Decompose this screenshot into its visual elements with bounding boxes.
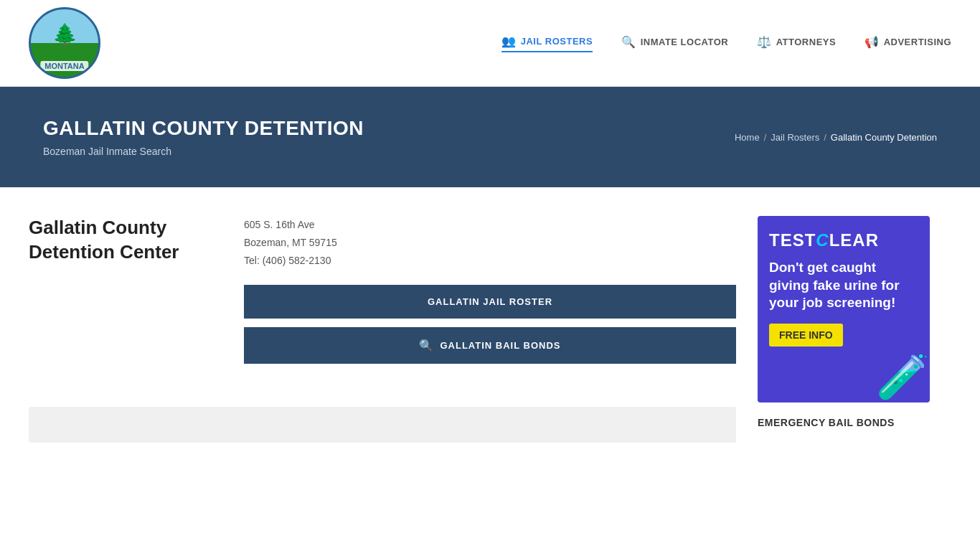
advertising-icon: 📢 [864, 35, 880, 49]
ad-brand: TEST C LEAR [769, 230, 918, 250]
hero-left: GALLATIN COUNTY DETENTION Bozeman Jail I… [43, 117, 364, 157]
main-content: Gallatin County Detention Center 605 S. … [0, 187, 980, 471]
page-subtitle: Bozeman Jail Inmate Search [43, 146, 364, 157]
nav-jail-rosters-label: JAIL ROSTERS [521, 36, 593, 47]
logo-area[interactable]: 🌲 MONTANA [29, 7, 100, 79]
logo-circle: 🌲 MONTANA [29, 7, 100, 79]
facility-block: Gallatin County Detention Center 605 S. … [29, 216, 736, 385]
emergency-bail-section: EMERGENCY BAIL BONDS [758, 417, 937, 428]
nav-attorneys[interactable]: ⚖️ ATTORNEYS [757, 35, 836, 52]
ad-brand-test: TEST [769, 230, 816, 250]
breadcrumb-jail-rosters[interactable]: Jail Rosters [771, 132, 819, 143]
content-left: Gallatin County Detention Center 605 S. … [29, 216, 736, 443]
nav-inmate-locator-label: INMATE LOCATOR [641, 37, 729, 47]
facility-address: 605 S. 16th Ave Bozeman, MT 59715 Tel: (… [244, 216, 736, 270]
address-line1: 605 S. 16th Ave [244, 216, 736, 234]
breadcrumb-sep-2: / [824, 132, 826, 143]
nav-jail-rosters[interactable]: 👥 JAIL ROSTERS [501, 34, 593, 52]
page-title: GALLATIN COUNTY DETENTION [43, 117, 364, 140]
inmate-locator-icon: 🔍 [621, 35, 636, 49]
breadcrumb-current: Gallatin County Detention [831, 132, 937, 143]
site-header: 🌲 MONTANA 👥 JAIL ROSTERS 🔍 INMATE LOCATO… [0, 0, 980, 87]
jail-rosters-icon: 👥 [501, 34, 517, 48]
bail-search-icon: 🔍 [419, 339, 434, 352]
emergency-bail-title: EMERGENCY BAIL BONDS [758, 417, 937, 428]
breadcrumb-home[interactable]: Home [735, 132, 760, 143]
nav-inmate-locator[interactable]: 🔍 INMATE LOCATOR [621, 35, 728, 52]
bail-bonds-button[interactable]: 🔍 GALLATIN BAIL BONDS [244, 327, 736, 364]
right-sidebar: TEST C LEAR Don't get caught giving fake… [758, 216, 937, 443]
ad-brand-o: C [816, 230, 829, 250]
logo-tree-icon: 🌲 [52, 22, 77, 46]
facility-name: Gallatin County Detention Center [29, 216, 215, 364]
ad-brand-clear: LEAR [829, 230, 879, 250]
nav-advertising-label: ADVERTISING [884, 37, 951, 47]
gray-divider-bar [29, 407, 736, 443]
breadcrumb-sep-1: / [764, 132, 767, 143]
bail-bonds-label: GALLATIN BAIL BONDS [440, 340, 560, 351]
facility-phone: Tel: (406) 582-2130 [244, 252, 736, 270]
ad-box[interactable]: TEST C LEAR Don't get caught giving fake… [758, 216, 930, 402]
address-line2: Bozeman, MT 59715 [244, 234, 736, 252]
ad-image-icon: 🧪 [876, 352, 930, 402]
ad-tagline: Don't get caught giving fake urine for y… [769, 259, 918, 312]
breadcrumb: Home / Jail Rosters / Gallatin County De… [735, 132, 937, 143]
nav-attorneys-label: ATTORNEYS [776, 37, 836, 47]
facility-details: 605 S. 16th Ave Bozeman, MT 59715 Tel: (… [244, 216, 736, 364]
ad-cta-button[interactable]: FREE INFO [769, 324, 843, 347]
attorneys-icon: ⚖️ [757, 35, 772, 49]
logo-text: MONTANA [40, 61, 88, 71]
jail-roster-button[interactable]: GALLATIN JAIL ROSTER [244, 285, 736, 319]
facility-heading: Gallatin County Detention Center [29, 216, 215, 265]
hero-banner: GALLATIN COUNTY DETENTION Bozeman Jail I… [0, 87, 980, 187]
main-nav: 👥 JAIL ROSTERS 🔍 INMATE LOCATOR ⚖️ ATTOR… [501, 34, 951, 52]
nav-advertising[interactable]: 📢 ADVERTISING [864, 35, 951, 52]
